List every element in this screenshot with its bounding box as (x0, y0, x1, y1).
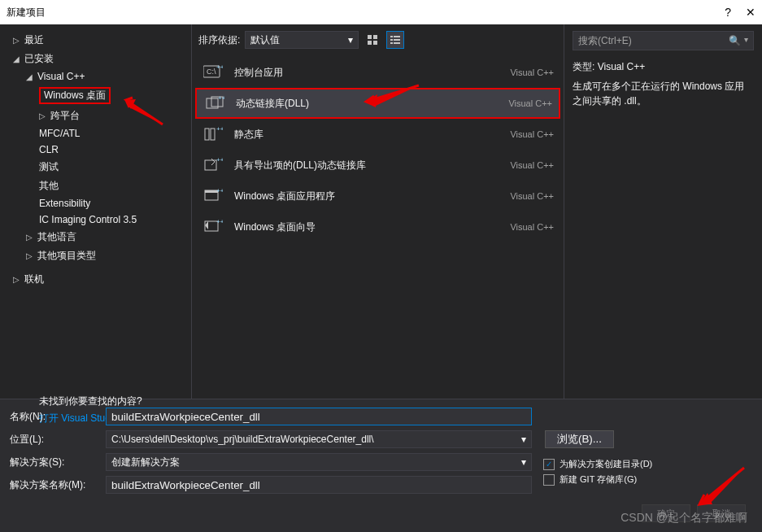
dll-icon: ++ (203, 94, 226, 113)
svg-rect-7 (394, 39, 400, 41)
category-tree: ▷最近 ◢已安装 ◢Visual C++ Windows 桌面 ▷跨平台 MFC… (0, 24, 192, 399)
console-icon: C:\++ (202, 63, 224, 82)
tree-other-lang[interactable]: ▷其他语言 (0, 228, 191, 246)
tree-visual-cpp[interactable]: ◢Visual C++ (0, 68, 191, 85)
tree-ic-imaging[interactable]: IC Imaging Control 3.5 (0, 211, 191, 228)
tree-other[interactable]: 其他 (0, 177, 191, 195)
svg-rect-2 (368, 41, 372, 45)
close-icon[interactable]: ✕ (746, 6, 755, 19)
chevron-down-icon: ▾ (521, 434, 526, 445)
tree-recent[interactable]: ▷最近 (0, 31, 191, 50)
window-controls: ? ✕ (725, 6, 755, 19)
svg-rect-0 (368, 35, 372, 39)
view-list-button[interactable] (386, 31, 404, 49)
svg-rect-6 (390, 39, 393, 41)
form-panel: 名称(N): 位置(L): C:\Users\dell\Desktop\vs_p… (0, 399, 762, 497)
help-icon[interactable]: ? (725, 6, 731, 19)
svg-text:++: ++ (216, 157, 223, 164)
search-input[interactable]: 搜索(Ctrl+E) 🔍 ▾ (573, 31, 754, 50)
view-icons-button[interactable] (364, 31, 381, 49)
svg-rect-8 (390, 42, 393, 44)
search-icon: 🔍 ▾ (729, 35, 748, 46)
tree-installed[interactable]: ◢已安装 (0, 50, 191, 68)
solution-name-input[interactable] (106, 476, 532, 494)
svg-rect-9 (394, 42, 400, 44)
svg-text:++: ++ (216, 219, 223, 225)
chevron-down-icon: ▾ (521, 456, 526, 468)
svg-text:++: ++ (216, 126, 223, 133)
svg-text:++: ++ (216, 64, 223, 71)
window-title: 新建项目 (7, 6, 46, 20)
name-input[interactable] (106, 408, 532, 425)
lib-icon: ++ (202, 124, 224, 144)
browse-button[interactable]: 浏览(B)... (545, 430, 614, 448)
tree-test[interactable]: 测试 (0, 158, 191, 177)
tree-windows-desktop[interactable]: Windows 桌面 (0, 85, 191, 107)
tree-cross-platform[interactable]: ▷跨平台 (0, 107, 191, 125)
chevron-down-icon: ▾ (348, 34, 353, 46)
help-text: 未找到你要查找的内容? (0, 378, 191, 408)
git-repo-checkbox[interactable]: 新建 GIT 存储库(G) (543, 473, 752, 486)
tree-clr[interactable]: CLR (0, 142, 191, 158)
svg-rect-16 (205, 129, 209, 140)
svg-rect-17 (211, 129, 215, 140)
toolbar: 排序依据: 默认值▾ (192, 24, 564, 57)
name-label: 名称(N): (10, 410, 99, 424)
template-static-lib[interactable]: ++ 静态库 Visual C++ (195, 119, 560, 150)
svg-rect-4 (390, 36, 393, 37)
tree-other-proj[interactable]: ▷其他项目类型 (0, 246, 191, 265)
template-console[interactable]: C:\++ 控制台应用 Visual C++ (195, 57, 560, 88)
svg-rect-1 (373, 35, 377, 39)
location-input[interactable]: C:\Users\dell\Desktop\vs_prj\buildExtraW… (106, 430, 532, 448)
title-bar: 新建项目 ? ✕ (0, 0, 762, 24)
tree-extensibility[interactable]: Extensibility (0, 195, 191, 211)
template-desktop-app[interactable]: ++ Windows 桌面应用程序 Visual C++ (195, 181, 560, 211)
export-dll-icon: ++ (202, 155, 224, 175)
watermark: CSDN @起个名字都难啊 (620, 511, 747, 525)
svg-text:C:\: C:\ (207, 68, 216, 76)
template-description: 生成可在多个正在运行的 Windows 应用之间共享的 .dll。 (573, 79, 754, 108)
create-dir-checkbox[interactable]: ✓为解决方案创建目录(D) (543, 458, 752, 470)
template-dll[interactable]: ++ 动态链接库(DLL) Visual C++ (195, 88, 560, 119)
svg-rect-3 (373, 41, 377, 45)
sort-label: 排序依据: (198, 33, 240, 47)
svg-text:++: ++ (216, 188, 223, 194)
tree-mfc[interactable]: MFC/ATL (0, 125, 191, 142)
solution-dropdown[interactable]: 创建新解决方案▾ (106, 453, 532, 471)
template-type: 类型: Visual C++ (573, 60, 754, 74)
solution-label: 解决方案(S): (10, 456, 99, 469)
sort-dropdown[interactable]: 默认值▾ (245, 31, 359, 49)
template-desktop-wizard[interactable]: ++ Windows 桌面向导 Visual C++ (195, 211, 560, 242)
template-list: C:\++ 控制台应用 Visual C++ ++ 动态链接库(DLL) Vis… (192, 57, 564, 242)
svg-rect-5 (394, 36, 400, 37)
location-label: 位置(L): (10, 433, 99, 447)
tree-online[interactable]: ▷联机 (0, 270, 191, 289)
template-panel: 排序依据: 默认值▾ C:\++ 控制台应用 Visual C++ ++ 动态链… (192, 24, 564, 399)
solution-name-label: 解决方案名称(M): (10, 478, 99, 492)
wizard-icon: ++ (202, 217, 224, 237)
svg-text:++: ++ (218, 95, 224, 102)
desktop-icon: ++ (202, 186, 224, 206)
template-export-dll[interactable]: ++ 具有导出项的(DLL)动态链接库 Visual C++ (195, 150, 560, 181)
details-panel: 搜索(Ctrl+E) 🔍 ▾ 类型: Visual C++ 生成可在多个正在运行… (564, 24, 762, 399)
